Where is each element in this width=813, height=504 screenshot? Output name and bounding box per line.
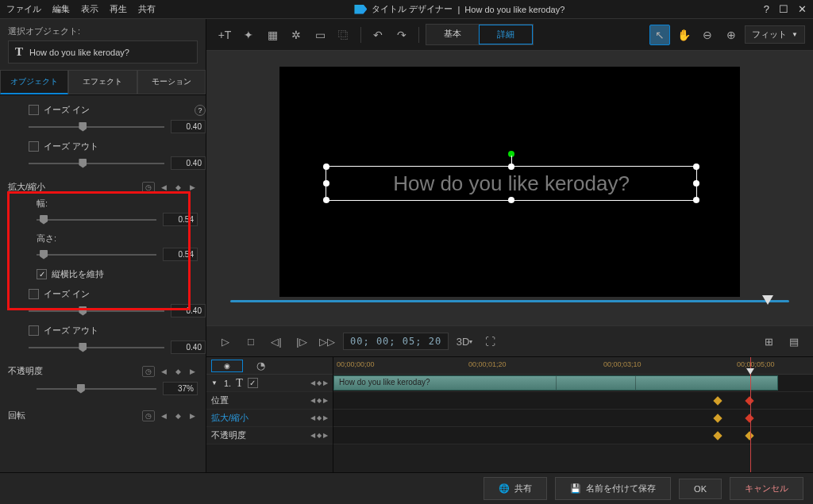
keyframe-icon[interactable] <box>745 431 753 440</box>
add-text-tool[interactable]: +T <box>214 25 235 45</box>
track-header-scale[interactable]: 拡大/縮小 ◀◆▶ <box>206 410 333 427</box>
scrub-bar[interactable] <box>230 300 789 302</box>
resize-handle-bl[interactable] <box>323 197 329 203</box>
ease-out-slider[interactable] <box>29 163 164 164</box>
track-expand-icon[interactable]: ▼ <box>211 379 219 387</box>
ease-in-slider-2[interactable] <box>29 310 164 312</box>
resize-handle-mr[interactable] <box>693 180 699 187</box>
mode-advanced[interactable]: 詳細 <box>479 25 533 44</box>
resize-handle-tm[interactable] <box>508 164 514 170</box>
share-button[interactable]: 🌐共有 <box>484 477 547 500</box>
title-bounding-box[interactable]: How do you like keroday? <box>326 166 697 201</box>
zoom-out-button[interactable]: ⊖ <box>697 25 718 45</box>
scrub-thumb[interactable] <box>762 295 773 305</box>
scale-stopwatch-icon[interactable]: ◷ <box>142 182 155 193</box>
opacity-prev-kf[interactable]: ◀ <box>158 366 169 377</box>
keyframe-icon[interactable] <box>745 396 753 405</box>
width-slider[interactable] <box>37 219 156 221</box>
menu-view[interactable]: 表示 <box>81 3 98 15</box>
close-button[interactable]: ✕ <box>798 3 807 15</box>
zoom-in-button[interactable]: ⊕ <box>721 25 742 45</box>
timeline-lane-clip[interactable]: How do you like keroday? <box>333 375 813 392</box>
selected-object-field[interactable]: T How do you like keroday? <box>8 40 198 63</box>
menu-share[interactable]: 共有 <box>138 3 156 15</box>
resize-handle-tl[interactable] <box>323 164 329 170</box>
maximize-button[interactable]: ☐ <box>779 3 788 15</box>
timecode-display[interactable]: 00; 00; 05; 20 <box>343 333 449 350</box>
timeline-lane-opacity[interactable] <box>333 427 813 444</box>
opacity-value[interactable]: 37% <box>163 382 198 395</box>
track-header-main[interactable]: ▼ 1. T ✓ ◀◆▶ <box>206 375 333 392</box>
ease-help-icon[interactable]: ? <box>195 105 206 116</box>
title-text[interactable]: How do you like keroday? <box>393 171 630 196</box>
track-kf-next[interactable]: ▶ <box>323 379 328 387</box>
save-as-button[interactable]: 💾名前を付けて保存 <box>555 477 671 500</box>
timeline-clip[interactable]: How do you like keroday? <box>333 375 778 391</box>
ease-in-checkbox-2[interactable] <box>29 289 39 299</box>
resize-handle-ml[interactable] <box>323 180 329 187</box>
track-header-opacity[interactable]: 不透明度 ◀◆▶ <box>206 427 333 444</box>
ease-in-slider[interactable] <box>29 126 164 128</box>
keyframe-icon[interactable] <box>713 396 722 405</box>
rotation-add-kf[interactable]: ◆ <box>172 410 183 421</box>
rotation-prev-kf[interactable]: ◀ <box>158 410 169 421</box>
help-button[interactable]: ? <box>764 3 769 15</box>
fullscreen-button[interactable]: ⛶ <box>480 332 499 351</box>
timeline-clock-icon[interactable]: ◔ <box>251 356 270 375</box>
image-tool[interactable]: ▦ <box>262 25 283 45</box>
timeline-lane-scale[interactable] <box>333 410 813 427</box>
3d-toggle[interactable]: 3D ▾ <box>455 332 474 351</box>
undo-button[interactable]: ↶ <box>368 25 388 45</box>
opacity-next-kf[interactable]: ▶ <box>187 366 198 377</box>
stop-button[interactable]: □ <box>241 332 260 351</box>
redo-button[interactable]: ↷ <box>391 25 412 45</box>
track-enable-checkbox[interactable]: ✓ <box>248 378 258 388</box>
ease-out-value-2[interactable]: 0.40 <box>171 340 206 354</box>
track-header-position[interactable]: 位置 ◀◆▶ <box>206 392 333 410</box>
opacity-slider[interactable] <box>37 388 156 390</box>
playhead[interactable] <box>750 357 751 472</box>
zoom-select[interactable]: フィット▼ <box>745 25 805 44</box>
tab-motion[interactable]: モーション <box>137 70 206 94</box>
effect-tool[interactable]: ✲ <box>286 25 306 45</box>
shape-tool[interactable]: ▭ <box>310 25 330 45</box>
track-kf-add[interactable]: ◆ <box>317 379 322 387</box>
resize-handle-tr[interactable] <box>693 164 699 170</box>
scale-prev-kf[interactable]: ◀ <box>158 182 169 193</box>
keyframe-icon[interactable] <box>745 414 753 422</box>
tab-object[interactable]: オブジェクト <box>0 70 68 94</box>
prev-frame-button[interactable]: ◁| <box>267 332 286 351</box>
width-value[interactable]: 0.54 <box>163 213 198 226</box>
menu-play[interactable]: 再生 <box>110 3 127 15</box>
preview-canvas[interactable]: How do you like keroday? <box>279 67 740 297</box>
ease-out-slider-2[interactable] <box>29 347 164 348</box>
menu-edit[interactable]: 編集 <box>52 3 70 15</box>
track-kf-prev[interactable]: ◀ <box>310 379 315 387</box>
grid-view-icon[interactable]: ⊞ <box>759 332 778 351</box>
ok-button[interactable]: OK <box>679 479 722 499</box>
timeline-visibility-toggle[interactable]: ◉ <box>211 360 243 372</box>
mode-basic[interactable]: 基本 <box>426 25 479 44</box>
keyframe-icon[interactable] <box>713 431 722 440</box>
ease-in-value[interactable]: 0.40 <box>171 120 206 133</box>
cancel-button[interactable]: キャンセル <box>730 477 803 500</box>
resize-handle-br[interactable] <box>693 197 699 203</box>
timeline-ruler[interactable]: 00;00;00;00 00;00;01;20 00;00;03;10 00;0… <box>333 357 813 375</box>
resize-handle-bm[interactable] <box>508 197 514 203</box>
rotation-next-kf[interactable]: ▶ <box>187 410 198 421</box>
keyframe-icon[interactable] <box>713 414 722 422</box>
scale-add-kf[interactable]: ◆ <box>172 182 183 193</box>
particle-tool[interactable]: ✦ <box>238 25 259 45</box>
aspect-lock-checkbox[interactable] <box>37 269 47 279</box>
ease-out-checkbox[interactable] <box>29 141 39 152</box>
next-frame-button[interactable]: |▷ <box>292 332 311 351</box>
properties-scroll[interactable]: イーズ イン ? 0.40 イーズ アウト 0.40 拡大/縮小 ◷ <box>0 95 206 472</box>
hand-tool[interactable]: ✋ <box>673 25 694 45</box>
tab-effect[interactable]: エフェクト <box>68 70 137 94</box>
ease-in-checkbox[interactable] <box>29 105 39 115</box>
timeline-lanes[interactable]: 00;00;00;00 00;00;01;20 00;00;03;10 00;0… <box>333 357 813 472</box>
menu-file[interactable]: ファイル <box>6 3 41 15</box>
height-slider[interactable] <box>37 254 156 256</box>
opacity-stopwatch-icon[interactable]: ◷ <box>142 366 155 377</box>
play-button[interactable]: ▷ <box>216 332 235 351</box>
